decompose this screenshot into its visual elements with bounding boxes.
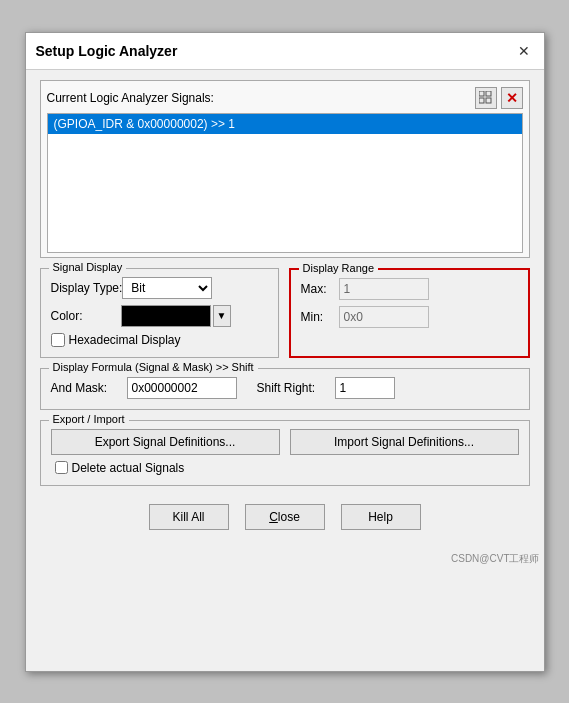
- shift-right-label: Shift Right:: [257, 381, 329, 395]
- signals-label: Current Logic Analyzer Signals:: [47, 91, 214, 105]
- formula-group: Display Formula (Signal & Mask) >> Shift…: [40, 368, 530, 410]
- color-label: Color:: [51, 309, 121, 323]
- svg-rect-2: [479, 98, 484, 103]
- and-mask-input[interactable]: [127, 377, 237, 399]
- max-input[interactable]: [339, 278, 429, 300]
- hexadecimal-label: Hexadecimal Display: [69, 333, 181, 347]
- display-range-group: Display Range Max: Min:: [289, 268, 530, 358]
- color-field: ▼: [121, 305, 231, 327]
- kill-all-button[interactable]: Kill All: [149, 504, 229, 530]
- dialog-title: Setup Logic Analyzer: [36, 43, 178, 59]
- min-row: Min:: [301, 306, 518, 328]
- min-label: Min:: [301, 310, 339, 324]
- display-range-title: Display Range: [299, 262, 379, 274]
- display-type-row: Display Type: Bit Analog Hex: [51, 277, 268, 299]
- max-row: Max:: [301, 278, 518, 300]
- signals-section: Current Logic Analyzer Signals: ✕ (GPIOA…: [40, 80, 530, 258]
- export-signal-btn[interactable]: Export Signal Definitions...: [51, 429, 280, 455]
- setup-logic-analyzer-dialog: Setup Logic Analyzer ✕ Current Logic Ana…: [25, 32, 545, 672]
- shift-right-field: Shift Right:: [257, 377, 395, 399]
- color-swatch[interactable]: [121, 305, 211, 327]
- svg-rect-1: [486, 91, 491, 96]
- import-signal-btn[interactable]: Import Signal Definitions...: [290, 429, 519, 455]
- svg-rect-0: [479, 91, 484, 96]
- signal-display-title: Signal Display: [49, 261, 127, 273]
- signals-grid-icon-btn[interactable]: [475, 87, 497, 109]
- and-mask-label: And Mask:: [51, 381, 121, 395]
- signal-display-range-row: Signal Display Display Type: Bit Analog …: [40, 268, 530, 358]
- signals-list[interactable]: (GPIOA_IDR & 0x00000002) >> 1: [47, 113, 523, 253]
- color-dropdown-btn[interactable]: ▼: [213, 305, 231, 327]
- formula-row: And Mask: Shift Right:: [51, 377, 519, 399]
- help-button[interactable]: Help: [341, 504, 421, 530]
- color-row: Color: ▼: [51, 305, 268, 327]
- formula-title: Display Formula (Signal & Mask) >> Shift: [49, 361, 258, 373]
- export-import-buttons-row: Export Signal Definitions... Import Sign…: [51, 429, 519, 455]
- delete-checkbox[interactable]: [55, 461, 68, 474]
- signals-icons: ✕: [475, 87, 523, 109]
- grid-icon: [479, 91, 493, 105]
- export-import-group: Export / Import Export Signal Definition…: [40, 420, 530, 486]
- export-import-title: Export / Import: [49, 413, 129, 425]
- svg-rect-3: [486, 98, 491, 103]
- watermark: CSDN@CVT工程师: [26, 552, 544, 568]
- dialog-content: Current Logic Analyzer Signals: ✕ (GPIOA…: [26, 70, 544, 552]
- dialog-close-button[interactable]: ✕: [514, 41, 534, 61]
- close-underline: Close: [269, 510, 300, 524]
- close-button[interactable]: Close: [245, 504, 325, 530]
- signal-item[interactable]: (GPIOA_IDR & 0x00000002) >> 1: [48, 114, 522, 134]
- min-input[interactable]: [339, 306, 429, 328]
- and-mask-field: And Mask:: [51, 377, 237, 399]
- hexadecimal-row: Hexadecimal Display: [51, 333, 268, 347]
- max-label: Max:: [301, 282, 339, 296]
- title-bar: Setup Logic Analyzer ✕: [26, 33, 544, 70]
- display-type-label: Display Type:: [51, 281, 123, 295]
- bottom-buttons: Kill All Close Help: [40, 496, 530, 542]
- signals-header: Current Logic Analyzer Signals: ✕: [47, 87, 523, 109]
- display-type-select[interactable]: Bit Analog Hex: [122, 277, 212, 299]
- delete-label: Delete actual Signals: [72, 461, 185, 475]
- shift-right-input[interactable]: [335, 377, 395, 399]
- signals-delete-icon-btn[interactable]: ✕: [501, 87, 523, 109]
- hexadecimal-checkbox[interactable]: [51, 333, 65, 347]
- delete-row: Delete actual Signals: [51, 461, 519, 475]
- signal-display-group: Signal Display Display Type: Bit Analog …: [40, 268, 279, 358]
